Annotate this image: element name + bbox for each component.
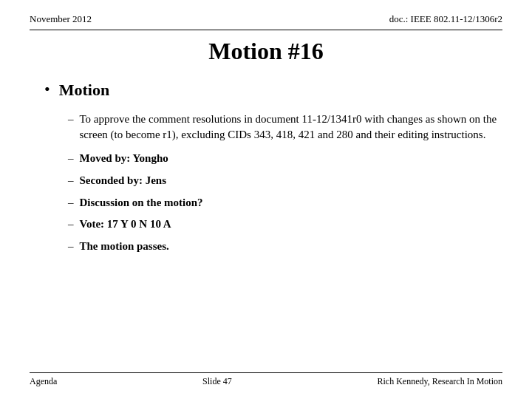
bullet-dot: • bbox=[44, 80, 50, 99]
sub-items-list: – To approve the comment resolutions in … bbox=[68, 112, 502, 255]
header-date: November 2012 bbox=[30, 13, 92, 25]
slide-container: November 2012 doc.: IEEE 802.11-12/1306r… bbox=[0, 0, 532, 399]
main-bullet: • Motion bbox=[44, 80, 502, 101]
header-doc: doc.: IEEE 802.11-12/1306r2 bbox=[389, 13, 502, 25]
list-item: – To approve the comment resolutions in … bbox=[68, 112, 502, 144]
list-item: – The motion passes. bbox=[68, 239, 502, 255]
footer-right: Rich Kennedy, Research In Motion bbox=[377, 376, 502, 387]
slide-footer: Agenda Slide 47 Rich Kennedy, Research I… bbox=[30, 376, 502, 387]
bottom-divider bbox=[30, 372, 502, 373]
dash-icon: – bbox=[68, 195, 74, 211]
footer-left: Agenda bbox=[30, 376, 57, 387]
seconded-text: Seconded by: Jens bbox=[80, 173, 503, 189]
slide-content: • Motion – To approve the comment resolu… bbox=[30, 80, 502, 372]
dash-icon: – bbox=[68, 151, 74, 167]
dash-icon: – bbox=[68, 173, 74, 189]
list-item: – Vote: 17 Y 0 N 10 A bbox=[68, 216, 502, 233]
bullet-motion-label: Motion bbox=[59, 80, 109, 101]
list-item: – Discussion on the motion? bbox=[68, 195, 502, 211]
moved-text: Moved by: Yongho bbox=[80, 151, 503, 167]
list-item: – Seconded by: Jens bbox=[68, 173, 502, 189]
top-divider bbox=[30, 30, 502, 30]
footer-center: Slide 47 bbox=[57, 376, 377, 387]
approve-text: To approve the comment resolutions in do… bbox=[80, 112, 503, 144]
discussion-text: Discussion on the motion? bbox=[80, 195, 503, 211]
dash-icon: – bbox=[68, 112, 74, 128]
passes-text: The motion passes. bbox=[80, 239, 503, 255]
dash-icon: – bbox=[68, 216, 74, 233]
list-item: – Moved by: Yongho bbox=[68, 151, 502, 167]
slide-title: Motion #16 bbox=[30, 38, 502, 65]
dash-icon: – bbox=[68, 239, 74, 255]
vote-text: Vote: 17 Y 0 N 10 A bbox=[80, 216, 503, 233]
slide-header: November 2012 doc.: IEEE 802.11-12/1306r… bbox=[30, 13, 502, 25]
